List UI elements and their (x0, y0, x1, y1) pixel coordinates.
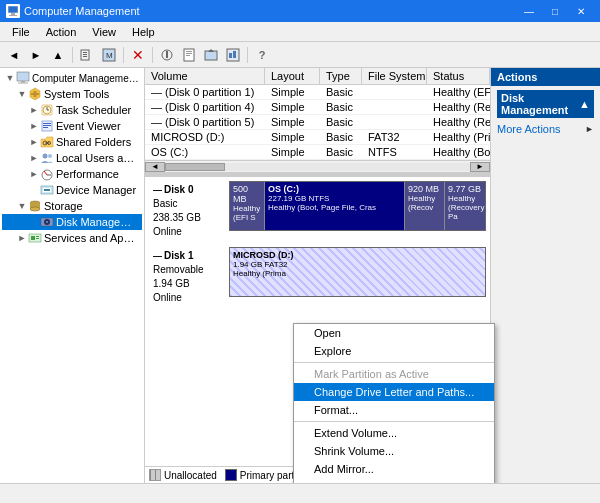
toolbar-prop1[interactable] (157, 45, 177, 65)
expand-icon[interactable]: ► (16, 232, 28, 244)
toolbar-prop4[interactable] (223, 45, 243, 65)
menu-help[interactable]: Help (124, 24, 163, 40)
ctx-sep2 (294, 421, 494, 422)
expand-icon[interactable]: ► (28, 136, 40, 148)
sidebar-item-shared-folders[interactable]: ► Shared Folders (2, 134, 142, 150)
menu-view[interactable]: View (84, 24, 124, 40)
list-row[interactable]: MICROSD (D:) Simple Basic FAT32 Healthy … (145, 130, 490, 145)
disk0-partition-efi[interactable]: 500 MB Healthy (EFI S (230, 182, 265, 230)
sidebar-item-system-tools[interactable]: ▼ System Tools (2, 86, 142, 102)
svg-point-48 (30, 207, 40, 211)
h-scrollbar[interactable]: ◄ ► (145, 161, 490, 173)
col-hdr-filesystem[interactable]: File System (362, 68, 427, 84)
close-button[interactable]: ✕ (568, 0, 594, 22)
cell-status: Healthy (EFI System Partition) (427, 85, 490, 99)
expand-icon[interactable]: ► (28, 152, 40, 164)
toolbar-forward[interactable]: ► (26, 45, 46, 65)
sidebar-item-device-manager[interactable]: ► Device Manager (2, 182, 142, 198)
col-hdr-type[interactable]: Type (320, 68, 362, 84)
ctx-extend[interactable]: Extend Volume... (294, 424, 494, 442)
disk0-partition-os[interactable]: OS (C:) 227.19 GB NTFS Healthy (Boot, Pa… (265, 182, 405, 230)
ctx-mark-active[interactable]: Mark Partition as Active (294, 365, 494, 383)
disk1-status: Online (153, 291, 225, 305)
sidebar: ▼ Computer Management (Local ▼ System To… (0, 68, 145, 483)
minimize-button[interactable]: — (516, 0, 542, 22)
list-header: Volume Layout Type File System Status (145, 68, 490, 85)
menu-file[interactable]: File (4, 24, 38, 40)
ctx-add-mirror[interactable]: Add Mirror... (294, 460, 494, 478)
ctx-explore[interactable]: Explore (294, 342, 494, 360)
maximize-button[interactable]: □ (542, 0, 568, 22)
expand-icon[interactable]: ► (28, 104, 40, 116)
svg-rect-1 (11, 13, 15, 15)
window-controls[interactable]: — □ ✕ (516, 0, 594, 22)
toolbar-up[interactable]: ▲ (48, 45, 68, 65)
actions-more-actions[interactable]: More Actions ► (491, 120, 600, 138)
volume-list[interactable]: Volume Layout Type File System Status — … (145, 68, 490, 161)
ctx-open[interactable]: Open (294, 324, 494, 342)
ctx-shrink[interactable]: Shrink Volume... (294, 442, 494, 460)
disk0-row: — Disk 0 Basic 238.35 GB Online 500 MB H… (149, 181, 486, 241)
part-label: OS (C:) (268, 184, 401, 194)
expand-icon[interactable]: ▼ (16, 88, 28, 100)
list-row[interactable]: — (Disk 0 partition 1) Simple Basic Heal… (145, 85, 490, 100)
scroll-thumb[interactable] (165, 163, 225, 171)
toolbar-prop2[interactable] (179, 45, 199, 65)
event-viewer-icon (40, 119, 54, 133)
disk1-partition-fat32[interactable]: MICROSD (D:) 1.94 GB FAT32 Healthy (Prim… (230, 248, 485, 296)
expand-icon[interactable]: ► (28, 120, 40, 132)
col-hdr-volume[interactable]: Volume (145, 68, 265, 84)
disk1-partitions: MICROSD (D:) 1.94 GB FAT32 Healthy (Prim… (229, 247, 486, 297)
disk0-partition-recovery2[interactable]: 9.77 GB Healthy (Recovery Pa (445, 182, 485, 230)
sidebar-label-shared-folders: Shared Folders (56, 136, 131, 148)
list-row[interactable]: OS (C:) Simple Basic NTFS Healthy (Boot,… (145, 145, 490, 160)
sidebar-item-services-apps[interactable]: ► Services and Applications (2, 230, 142, 246)
list-row[interactable]: — (Disk 0 partition 4) Simple Basic Heal… (145, 100, 490, 115)
part-size: 227.19 GB NTFS (268, 194, 401, 203)
svg-rect-19 (229, 53, 232, 58)
toolbar-help[interactable]: ? (252, 45, 272, 65)
ctx-change-drive[interactable]: Change Drive Letter and Paths... (294, 383, 494, 401)
svg-rect-14 (186, 53, 192, 54)
expand-icon[interactable]: ▼ (16, 200, 28, 212)
toolbar: ◄ ► ▲ M ✕ ? (0, 42, 600, 68)
scroll-right-btn[interactable]: ► (470, 162, 490, 172)
sidebar-item-storage[interactable]: ▼ Storage (2, 198, 142, 214)
scroll-left-btn[interactable]: ◄ (145, 162, 165, 172)
sidebar-item-computer-mgmt[interactable]: ▼ Computer Management (Local (2, 70, 142, 86)
device-manager-icon (40, 183, 54, 197)
toolbar-delete[interactable]: ✕ (128, 45, 148, 65)
sidebar-item-local-users[interactable]: ► Local Users and Groups (2, 150, 142, 166)
expand-icon[interactable]: ► (28, 168, 40, 180)
svg-rect-10 (166, 53, 168, 58)
col-hdr-layout[interactable]: Layout (265, 68, 320, 84)
cell-layout: Simple (265, 100, 320, 114)
sidebar-label-services-apps: Services and Applications (44, 232, 140, 244)
sidebar-item-disk-management[interactable]: ► Disk Management (2, 214, 142, 230)
list-row[interactable]: — (Disk 0 partition 5) Simple Basic Heal… (145, 115, 490, 130)
toolbar-btn2[interactable]: M (99, 45, 119, 65)
sidebar-item-task-scheduler[interactable]: ► Task Scheduler (2, 102, 142, 118)
svg-rect-53 (31, 236, 35, 240)
sidebar-label-system-tools: System Tools (44, 88, 109, 100)
menu-bar: File Action View Help (0, 22, 600, 42)
ctx-format[interactable]: Format... (294, 401, 494, 419)
expand-icon[interactable]: ▼ (4, 72, 16, 84)
menu-action[interactable]: Action (38, 24, 85, 40)
disk0-partition-recovery1[interactable]: 920 MB Healthy (Recov (405, 182, 445, 230)
toolbar-prop3[interactable] (201, 45, 221, 65)
cell-filesystem (362, 85, 427, 99)
toolbar-show-hide[interactable] (77, 45, 97, 65)
context-menu[interactable]: Open Explore Mark Partition as Active Ch… (293, 323, 495, 483)
disk0-label: — Disk 0 (153, 183, 225, 197)
sidebar-item-performance[interactable]: ► Performance (2, 166, 142, 182)
sidebar-label-task-scheduler: Task Scheduler (56, 104, 131, 116)
sidebar-item-event-viewer[interactable]: ► Event Viewer (2, 118, 142, 134)
part-sublabel2: Healthy (Boot, Page File, Cras (268, 203, 401, 212)
svg-rect-32 (43, 123, 51, 124)
scroll-track[interactable] (165, 163, 470, 171)
toolbar-back[interactable]: ◄ (4, 45, 24, 65)
ctx-delete[interactable]: Delete Volume... (294, 478, 494, 483)
col-hdr-status[interactable]: Status (427, 68, 490, 84)
cell-layout: Simple (265, 115, 320, 129)
